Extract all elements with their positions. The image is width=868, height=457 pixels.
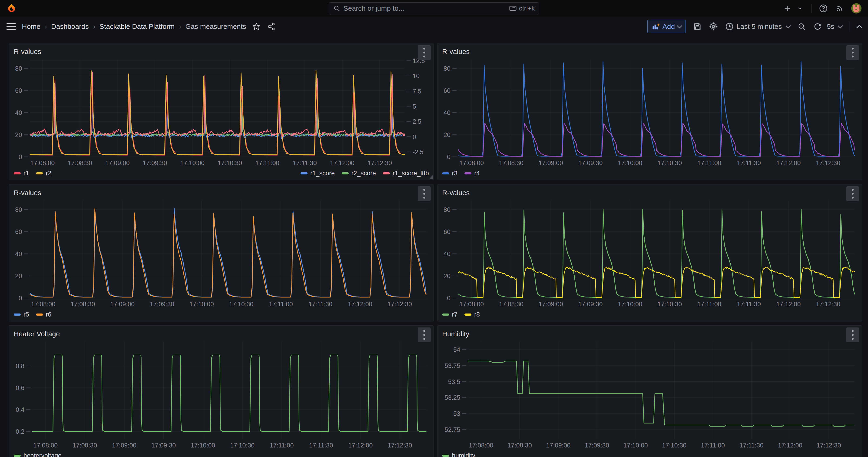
svg-text:17:10:30: 17:10:30 (218, 159, 242, 166)
legend-item[interactable]: r7 (442, 311, 458, 318)
legend-item[interactable]: r6 (36, 311, 51, 318)
panel-menu-icon[interactable] (846, 186, 859, 201)
svg-text:53: 53 (453, 410, 460, 417)
news-rss-icon[interactable] (835, 4, 844, 13)
breadcrumb-item[interactable]: Stackable Data Platform (99, 23, 175, 30)
panel-title[interactable]: Humidity (442, 330, 469, 338)
time-series-chart[interactable]: 02040608017:08:0017:08:3017:09:0017:09:3… (14, 199, 429, 309)
svg-text:40: 40 (443, 109, 451, 116)
panel-resize-handle[interactable] (429, 175, 433, 179)
legend-item[interactable]: r5 (14, 311, 29, 318)
collapse-toolbar-icon[interactable] (857, 25, 862, 30)
panel-title[interactable]: R-values (14, 48, 41, 56)
legend-swatch (464, 313, 471, 315)
time-series-chart[interactable]: 020406080-2.502.557.51012.517:08:0017:08… (14, 57, 429, 167)
svg-text:17:08:00: 17:08:00 (30, 159, 55, 166)
share-icon[interactable] (267, 22, 276, 31)
svg-text:17:09:30: 17:09:30 (150, 301, 174, 308)
search-input[interactable]: Search or jump to... ctrl+k (329, 2, 539, 14)
svg-text:80: 80 (443, 206, 451, 213)
svg-text:17:10:30: 17:10:30 (662, 442, 686, 449)
svg-text:7.5: 7.5 (413, 88, 422, 95)
time-range-picker[interactable]: Last 5 minutes (725, 22, 790, 31)
svg-text:0.2: 0.2 (16, 428, 24, 435)
svg-text:17:11:30: 17:11:30 (737, 301, 761, 308)
legend-swatch (36, 313, 43, 315)
svg-text:17:10:00: 17:10:00 (180, 159, 205, 166)
svg-text:-2.5: -2.5 (413, 149, 424, 156)
legend-label: r2 (46, 170, 51, 177)
legend-item[interactable]: r1_score (301, 170, 335, 177)
panel-menu-icon[interactable] (418, 45, 431, 60)
svg-text:17:10:00: 17:10:00 (618, 159, 642, 166)
refresh-button[interactable]: 5s (813, 22, 842, 31)
save-dashboard-button[interactable] (693, 22, 702, 31)
svg-text:60: 60 (443, 87, 451, 94)
panel-menu-icon[interactable] (418, 186, 431, 201)
dashboard-nav-bar: Home›Dashboards›Stackable Data Platform›… (0, 17, 868, 36)
legend-label: r7 (452, 311, 458, 318)
panel-title[interactable]: R-values (14, 189, 41, 197)
svg-text:17:10:00: 17:10:00 (189, 301, 214, 308)
legend-label: humidity (452, 452, 475, 457)
search-icon (333, 5, 340, 12)
panel-title[interactable]: Heater Voltage (14, 330, 60, 338)
svg-text:53.75: 53.75 (444, 362, 460, 369)
svg-text:20: 20 (15, 273, 22, 279)
svg-text:52.75: 52.75 (444, 426, 460, 433)
svg-text:17:09:00: 17:09:00 (112, 442, 136, 449)
legend-item[interactable]: r2_score (342, 170, 376, 177)
legend-swatch (36, 172, 43, 175)
panel-menu-icon[interactable] (418, 328, 431, 342)
favorite-star-icon[interactable] (252, 22, 260, 31)
time-range-chevron-icon (786, 23, 791, 29)
breadcrumb-separator: › (179, 23, 181, 30)
legend-item[interactable]: humidity (442, 452, 475, 457)
svg-text:60: 60 (443, 228, 451, 235)
chart-legend: r5r6 (14, 309, 429, 319)
svg-text:60: 60 (15, 87, 22, 94)
svg-text:17:08:30: 17:08:30 (71, 301, 95, 308)
svg-text:17:12:30: 17:12:30 (817, 442, 841, 449)
time-series-chart[interactable]: 02040608017:08:0017:08:3017:09:0017:09:3… (442, 57, 857, 167)
svg-text:17:09:00: 17:09:00 (538, 301, 563, 308)
dashboard-settings-button[interactable] (709, 22, 718, 31)
legend-item[interactable]: r2 (36, 170, 51, 177)
svg-text:17:08:30: 17:08:30 (72, 442, 97, 449)
legend-label: r2_score (351, 170, 376, 177)
legend-label: heatervoltage (24, 452, 62, 457)
svg-text:53.5: 53.5 (448, 378, 460, 385)
legend-item[interactable]: r8 (464, 311, 480, 318)
panel-title[interactable]: R-values (442, 48, 470, 56)
refresh-interval-select[interactable]: 5s (827, 23, 834, 30)
legend-item[interactable]: r1_score_lttb (383, 170, 429, 177)
legend-swatch (442, 172, 449, 175)
new-plus-icon[interactable] (783, 4, 792, 13)
time-series-chart[interactable]: 0.20.40.60.817:08:0017:08:3017:09:0017:0… (14, 340, 429, 450)
breadcrumb-item[interactable]: Home (22, 23, 40, 30)
legend-item[interactable]: r4 (464, 170, 480, 177)
svg-text:17:11:00: 17:11:00 (255, 159, 279, 166)
help-icon[interactable] (819, 4, 828, 13)
legend-item[interactable]: heatervoltage (14, 452, 62, 457)
new-chevron-down-icon[interactable] (795, 4, 805, 13)
breadcrumb-item[interactable]: Dashboards (51, 23, 89, 30)
legend-item[interactable]: r1 (14, 170, 29, 177)
legend-item[interactable]: r3 (442, 170, 458, 177)
panel-menu-icon[interactable] (846, 328, 859, 342)
menu-hamburger-icon[interactable] (6, 23, 16, 30)
add-button[interactable]: Add (647, 20, 686, 33)
zoom-out-button[interactable] (798, 22, 806, 31)
svg-text:0: 0 (19, 295, 22, 302)
panel-menu-icon[interactable] (846, 45, 859, 60)
svg-text:0.4: 0.4 (16, 406, 24, 413)
chart-legend: r3r4 (442, 167, 857, 178)
time-series-chart[interactable]: 52.755353.2553.553.755417:08:0017:08:301… (442, 340, 857, 450)
breadcrumb-separator: › (93, 23, 95, 30)
avatar[interactable] (851, 3, 862, 13)
legend-swatch (342, 172, 349, 175)
grafana-logo[interactable] (6, 3, 17, 13)
time-series-chart[interactable]: 02040608017:08:0017:08:3017:09:0017:09:3… (442, 199, 857, 309)
legend-swatch (14, 172, 21, 175)
panel-title[interactable]: R-values (442, 189, 470, 197)
